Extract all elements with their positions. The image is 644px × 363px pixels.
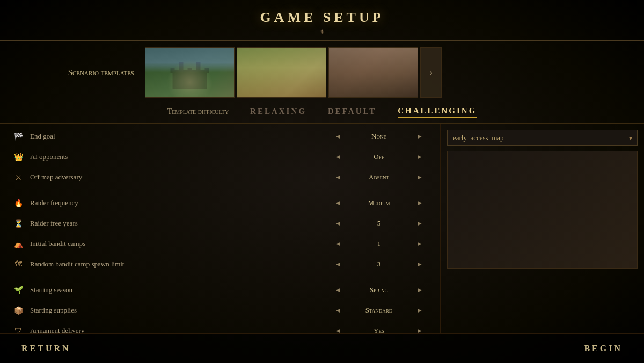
end-goal-control: ◄ None ► (334, 131, 424, 142)
right-panel: early_access_map map_1 map_2 ▼ (440, 124, 644, 333)
divider-2 (0, 274, 440, 280)
scenario-thumbnail-1[interactable] (145, 47, 235, 98)
begin-button[interactable]: BEGIN (584, 344, 623, 353)
header-ornament: ⚜ (0, 28, 644, 36)
header-section: GAME SETUP ⚜ (0, 0, 644, 41)
starting-season-value: Spring (347, 286, 411, 294)
armament-delivery-label: Armament delivery (26, 326, 334, 333)
bandit-camp-spawn-value: 3 (347, 260, 411, 268)
end-goal-prev[interactable]: ◄ (334, 131, 342, 142)
armament-delivery-icon: 🛡 (11, 323, 26, 333)
raider-frequency-control: ◄ Medium ► (334, 198, 424, 208)
armament-delivery-next[interactable]: ► (415, 325, 424, 333)
setting-row-initial-bandit-camps: ⛺ Initial bandit camps ◄ 1 ► (0, 234, 440, 254)
off-map-adversary-label: Off map adversary (26, 173, 334, 182)
starting-season-icon: 🌱 (11, 282, 26, 297)
scenario-section: Scenario templates › (0, 41, 644, 98)
off-map-adversary-icon: ⚔ (11, 170, 26, 185)
initial-bandit-camps-next[interactable]: ► (415, 238, 424, 249)
ai-opponents-value: Off (347, 153, 411, 161)
ai-opponents-icon: 👑 (11, 149, 26, 164)
raider-frequency-prev[interactable]: ◄ (334, 198, 342, 208)
difficulty-tabs: Template difficulty RELAXING DEFAULT CHA… (0, 98, 644, 124)
starting-supplies-label: Starting supplies (26, 306, 334, 315)
map-selector: early_access_map map_1 map_2 ▼ (447, 130, 638, 146)
end-goal-label: End goal (26, 132, 334, 141)
armament-delivery-prev[interactable]: ◄ (334, 325, 342, 333)
ai-opponents-prev[interactable]: ◄ (334, 151, 342, 162)
setting-row-starting-supplies: 📦 Starting supplies ◄ Standard ► (0, 300, 440, 321)
scenario-thumbnails: › (145, 47, 442, 98)
armament-delivery-control: ◄ Yes ► (334, 325, 424, 333)
off-map-adversary-prev[interactable]: ◄ (334, 172, 342, 183)
bottom-bar: RETURN BEGIN (0, 333, 644, 363)
setting-row-ai-opponents: 👑 AI opponents ◄ Off ► (0, 147, 440, 167)
map-preview (447, 151, 638, 269)
bandit-camp-spawn-next[interactable]: ► (415, 259, 424, 270)
starting-season-next[interactable]: ► (415, 285, 424, 295)
initial-bandit-camps-label: Initial bandit camps (26, 239, 334, 248)
ai-opponents-control: ◄ Off ► (334, 151, 424, 162)
armament-delivery-value: Yes (347, 326, 411, 333)
raider-free-years-control: ◄ 5 ► (334, 218, 424, 229)
scenario-thumbnail-3[interactable] (328, 47, 418, 98)
starting-season-prev[interactable]: ◄ (334, 285, 342, 295)
setting-row-raider-free-years: ⏳ Raider free years ◄ 5 ► (0, 213, 440, 234)
setting-row-starting-season: 🌱 Starting season ◄ Spring ► (0, 280, 440, 300)
main-content: 🏁 End goal ◄ None ► 👑 AI opponents ◄ Off… (0, 124, 644, 333)
raider-free-years-icon: ⏳ (11, 216, 26, 231)
bandit-camp-spawn-icon: 🗺 (11, 257, 26, 272)
setting-row-off-map-adversary: ⚔ Off map adversary ◄ Absent ► (0, 167, 440, 187)
scenario-label: Scenario templates (64, 68, 134, 77)
tab-challenging[interactable]: CHALLENGING (398, 105, 477, 118)
starting-supplies-value: Standard (347, 306, 411, 315)
difficulty-label: Template difficulty (167, 107, 229, 116)
bandit-camp-spawn-label: Random bandit camp spawn limit (26, 260, 334, 268)
scenario-next-button[interactable]: › (420, 47, 442, 98)
initial-bandit-camps-prev[interactable]: ◄ (334, 238, 342, 249)
initial-bandit-camps-value: 1 (347, 239, 411, 248)
starting-supplies-prev[interactable]: ◄ (334, 305, 342, 316)
off-map-adversary-control: ◄ Absent ► (334, 172, 424, 183)
raider-frequency-icon: 🔥 (11, 195, 26, 210)
setting-row-raider-frequency: 🔥 Raider frequency ◄ Medium ► (0, 193, 440, 213)
tab-relaxing[interactable]: RELAXING (250, 106, 306, 117)
bandit-camp-spawn-control: ◄ 3 ► (334, 259, 424, 270)
initial-bandit-camps-icon: ⛺ (11, 236, 26, 251)
raider-frequency-label: Raider frequency (26, 199, 334, 207)
page-title: GAME SETUP (0, 10, 644, 26)
end-goal-value: None (347, 132, 411, 141)
settings-panel: 🏁 End goal ◄ None ► 👑 AI opponents ◄ Off… (0, 124, 440, 333)
map-select-dropdown[interactable]: early_access_map map_1 map_2 (447, 130, 638, 146)
scenario-thumbnail-2[interactable] (237, 47, 326, 98)
setting-row-end-goal: 🏁 End goal ◄ None ► (0, 126, 440, 147)
ai-opponents-next[interactable]: ► (415, 151, 424, 162)
off-map-adversary-next[interactable]: ► (415, 172, 424, 183)
off-map-adversary-value: Absent (347, 173, 411, 182)
initial-bandit-camps-control: ◄ 1 ► (334, 238, 424, 249)
tab-default[interactable]: DEFAULT (328, 106, 376, 117)
starting-supplies-icon: 📦 (11, 303, 26, 318)
starting-supplies-control: ◄ Standard ► (334, 305, 424, 316)
end-goal-icon: 🏁 (11, 129, 26, 144)
setting-row-bandit-camp-spawn: 🗺 Random bandit camp spawn limit ◄ 3 ► (0, 254, 440, 274)
raider-free-years-prev[interactable]: ◄ (334, 218, 342, 229)
return-button[interactable]: RETURN (21, 344, 71, 353)
raider-free-years-value: 5 (347, 219, 411, 228)
divider-1 (0, 187, 440, 193)
raider-frequency-next[interactable]: ► (415, 198, 424, 208)
starting-season-label: Starting season (26, 286, 334, 294)
raider-frequency-value: Medium (347, 199, 411, 207)
starting-season-control: ◄ Spring ► (334, 285, 424, 295)
starting-supplies-next[interactable]: ► (415, 305, 424, 316)
raider-free-years-label: Raider free years (26, 219, 334, 228)
bandit-camp-spawn-prev[interactable]: ◄ (334, 259, 342, 270)
ai-opponents-label: AI opponents (26, 153, 334, 161)
raider-free-years-next[interactable]: ► (415, 218, 424, 229)
end-goal-next[interactable]: ► (415, 131, 424, 142)
setting-row-armament-delivery: 🛡 Armament delivery ◄ Yes ► (0, 321, 440, 333)
